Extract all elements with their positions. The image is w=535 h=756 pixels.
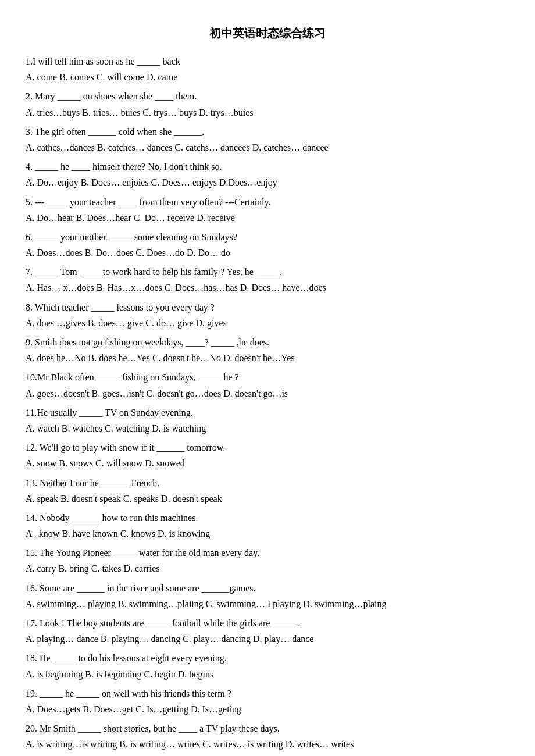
question-block-2: 2. Mary _____ on shoes when she ____ the… [26, 88, 509, 120]
question-text-2: 2. Mary _____ on shoes when she ____ the… [26, 88, 509, 104]
answer-text-11: A. watch B. watches C. watching D. is wa… [26, 420, 509, 436]
question-text-10: 10.Mr Black often _____ fishing on Sunda… [26, 369, 509, 385]
question-block-10: 10.Mr Black often _____ fishing on Sunda… [26, 369, 509, 401]
question-block-3: 3. The girl often ______ cold when she _… [26, 124, 509, 155]
question-text-6: 6. _____ your mother _____ some cleaning… [26, 229, 509, 245]
answer-text-6: A. Does…does B. Do…does C. Does…do D. Do… [26, 245, 509, 261]
question-block-14: 14. Nobody ______ how to run this machin… [26, 510, 509, 541]
question-text-8: 8. Which teacher _____ lessons to you ev… [26, 299, 509, 315]
question-text-3: 3. The girl often ______ cold when she _… [26, 124, 509, 140]
answer-text-19: A. Does…gets B. Does…get C. Is…getting D… [26, 701, 509, 717]
question-text-19: 19. _____ he _____ on well with his frie… [26, 686, 509, 701]
answer-text-5: A. Do…hear B. Does…hear C. Do… receive D… [26, 210, 509, 226]
answer-text-20: A. is writing…is writing B. is writing… … [26, 736, 509, 752]
answer-text-12: A. snow B. snows C. will snow D. snowed [26, 455, 509, 471]
page-title: 初中英语时态综合练习 [26, 23, 509, 43]
answer-text-16: A. swimming… playing B. swimming…plaiing… [26, 596, 509, 612]
question-block-9: 9. Smith does not go fishing on weekdays… [26, 334, 509, 366]
answer-text-18: A. is beginning B. is beginning C. begin… [26, 666, 509, 682]
question-block-15: 15. The Young Pioneer _____ water for th… [26, 545, 509, 576]
questions-container: 1.I will tell him as soon as he _____ ba… [26, 54, 509, 753]
question-block-4: 4. _____ he ____ himself there? No, I do… [26, 159, 509, 190]
answer-text-2: A. tries…buys B. tries… buies C. trys… b… [26, 105, 509, 120]
question-text-1: 1.I will tell him as soon as he _____ ba… [26, 54, 509, 69]
answer-text-3: A. cathcs…dances B. catches… dances C. c… [26, 140, 509, 155]
question-block-8: 8. Which teacher _____ lessons to you ev… [26, 299, 509, 331]
answer-text-7: A. Has… x…does B. Has…x…does C. Does…has… [26, 280, 509, 295]
question-block-12: 12. We'll go to play with snow if it ___… [26, 440, 509, 471]
question-text-12: 12. We'll go to play with snow if it ___… [26, 440, 509, 455]
question-block-11: 11.He usually _____ TV on Sunday evening… [26, 405, 509, 436]
question-text-16: 16. Some are ______ in the river and som… [26, 580, 509, 596]
question-text-17: 17. Look ! The boy students are _____ fo… [26, 615, 509, 631]
question-block-1: 1.I will tell him as soon as he _____ ba… [26, 54, 509, 85]
answer-text-9: A. does he…No B. does he…Yes C. doesn't … [26, 350, 509, 366]
question-text-18: 18. He _____ to do his lessons at eight … [26, 650, 509, 666]
question-block-20: 20. Mr Smith _____ short stories, but he… [26, 721, 509, 752]
question-block-18: 18. He _____ to do his lessons at eight … [26, 650, 509, 682]
answer-text-4: A. Do…enjoy B. Does… enjoies C. Does… en… [26, 174, 509, 190]
question-text-20: 20. Mr Smith _____ short stories, but he… [26, 721, 509, 736]
question-block-16: 16. Some are ______ in the river and som… [26, 580, 509, 612]
answer-text-10: A. goes…doesn't B. goes…isn't C. doesn't… [26, 386, 509, 401]
question-text-15: 15. The Young Pioneer _____ water for th… [26, 545, 509, 561]
answer-text-17: A. playing… dance B. playing… dancing C.… [26, 631, 509, 647]
answer-text-1: A. come B. comes C. will come D. came [26, 69, 509, 85]
question-text-9: 9. Smith does not go fishing on weekdays… [26, 334, 509, 350]
question-block-5: 5. ---_____ your teacher ____ from them … [26, 194, 509, 226]
question-text-14: 14. Nobody ______ how to run this machin… [26, 510, 509, 526]
question-text-4: 4. _____ he ____ himself there? No, I do… [26, 159, 509, 174]
question-block-17: 17. Look ! The boy students are _____ fo… [26, 615, 509, 647]
answer-text-14: A . know B. have known C. knows D. is kn… [26, 526, 509, 541]
question-block-13: 13. Neither I nor he ______ French.A. sp… [26, 475, 509, 507]
answer-text-15: A. carry B. bring C. takes D. carries [26, 561, 509, 576]
question-text-5: 5. ---_____ your teacher ____ from them … [26, 194, 509, 210]
answer-text-13: A. speak B. doesn't speak C. speaks D. d… [26, 491, 509, 507]
answer-text-8: A. does …gives B. does… give C. do… give… [26, 315, 509, 331]
question-text-13: 13. Neither I nor he ______ French. [26, 475, 509, 491]
question-text-11: 11.He usually _____ TV on Sunday evening… [26, 405, 509, 420]
question-block-6: 6. _____ your mother _____ some cleaning… [26, 229, 509, 261]
question-text-7: 7. _____ Tom _____to work hard to help h… [26, 264, 509, 280]
question-block-19: 19. _____ he _____ on well with his frie… [26, 686, 509, 717]
question-block-7: 7. _____ Tom _____to work hard to help h… [26, 264, 509, 295]
